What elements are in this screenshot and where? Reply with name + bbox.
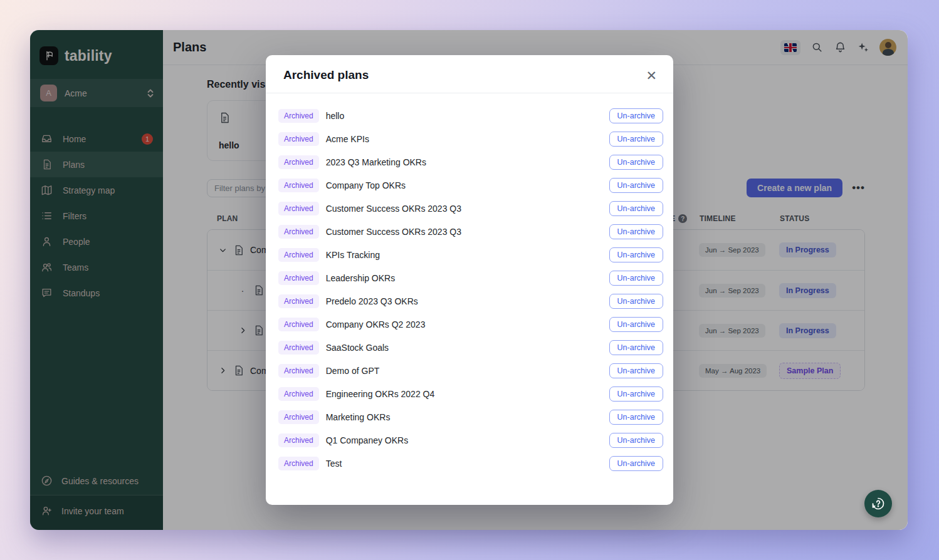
archived-badge: Archived bbox=[278, 364, 319, 378]
unarchive-button[interactable]: Un-archive bbox=[609, 132, 663, 147]
archived-plan-row: ArchivedSaaStock GoalsUn-archive bbox=[278, 336, 663, 359]
archived-plan-row: ArchivedCustomer Success OKRs 2023 Q3Un-… bbox=[278, 197, 663, 220]
archived-plan-row: ArchivedQ1 Companey OKRsUn-archive bbox=[278, 428, 663, 452]
help-chat-button[interactable] bbox=[864, 490, 892, 517]
archived-plan-row: ArchivedhelloUn-archive bbox=[278, 104, 663, 127]
archived-plan-row: ArchivedDemo of GPTUn-archive bbox=[278, 359, 663, 382]
archived-badge: Archived bbox=[278, 294, 319, 308]
archived-plan-name: Demo of GPT bbox=[326, 366, 380, 376]
archived-plan-row: ArchivedCustomer Success OKRs 2023 Q3Un-… bbox=[278, 220, 663, 243]
desktop-background: tability A Acme Home1PlansStrategy mapFi… bbox=[0, 0, 939, 560]
archived-plan-name: Company Top OKRs bbox=[326, 180, 406, 190]
unarchive-button[interactable]: Un-archive bbox=[609, 201, 663, 216]
archived-plan-name: Customer Success OKRs 2023 Q3 bbox=[326, 204, 461, 214]
archived-plan-name: SaaStock Goals bbox=[326, 343, 389, 353]
unarchive-button[interactable]: Un-archive bbox=[609, 456, 663, 471]
archived-plan-name: Acme KPIs bbox=[326, 134, 369, 144]
unarchive-button[interactable]: Un-archive bbox=[609, 294, 663, 309]
unarchive-button[interactable]: Un-archive bbox=[609, 247, 663, 262]
archived-badge: Archived bbox=[278, 387, 319, 401]
unarchive-button[interactable]: Un-archive bbox=[609, 433, 663, 448]
unarchive-button[interactable]: Un-archive bbox=[609, 410, 663, 425]
modal-header: Archived plans ✕ bbox=[266, 55, 673, 93]
archived-badge: Archived bbox=[278, 225, 319, 239]
unarchive-button[interactable]: Un-archive bbox=[609, 386, 663, 402]
archived-badge: Archived bbox=[278, 202, 319, 215]
archived-badge: Archived bbox=[278, 109, 319, 123]
unarchive-button[interactable]: Un-archive bbox=[609, 178, 663, 193]
unarchive-button[interactable]: Un-archive bbox=[609, 363, 663, 378]
archived-plan-name: KPIs Tracking bbox=[326, 250, 380, 260]
archived-badge: Archived bbox=[278, 433, 319, 447]
archived-plan-name: 2023 Q3 Marketing OKRs bbox=[326, 157, 426, 167]
unarchive-button[interactable]: Un-archive bbox=[609, 271, 663, 286]
archived-badge: Archived bbox=[278, 155, 319, 169]
unarchive-button[interactable]: Un-archive bbox=[609, 108, 663, 123]
archived-plans-modal: Archived plans ✕ ArchivedhelloUn-archive… bbox=[266, 55, 673, 505]
archived-badge: Archived bbox=[278, 410, 319, 424]
archived-plan-row: ArchivedEngineering OKRs 2022 Q4Un-archi… bbox=[278, 382, 663, 405]
archived-plans-list: ArchivedhelloUn-archiveArchivedAcme KPIs… bbox=[266, 93, 673, 487]
archived-badge: Archived bbox=[278, 271, 319, 285]
help-bubble-icon bbox=[871, 496, 886, 511]
archived-plan-name: Engineering OKRs 2022 Q4 bbox=[326, 389, 435, 399]
archived-plan-name: hello bbox=[326, 111, 345, 121]
archived-plan-name: Predelo 2023 Q3 OKRs bbox=[326, 296, 418, 306]
archived-plan-row: ArchivedLeadership OKRsUn-archive bbox=[278, 266, 663, 289]
close-icon[interactable]: ✕ bbox=[646, 69, 657, 82]
archived-plan-row: Archived2023 Q3 Marketing OKRsUn-archive bbox=[278, 150, 663, 174]
unarchive-button[interactable]: Un-archive bbox=[609, 155, 663, 170]
archived-plan-name: Q1 Companey OKRs bbox=[326, 435, 409, 445]
archived-badge: Archived bbox=[278, 318, 319, 331]
archived-plan-row: ArchivedMarketing OKRsUn-archive bbox=[278, 405, 663, 428]
archived-plan-row: ArchivedPredelo 2023 Q3 OKRsUn-archive bbox=[278, 289, 663, 313]
archived-plan-row: ArchivedCompany OKRs Q2 2023Un-archive bbox=[278, 313, 663, 336]
archived-plan-name: Customer Success OKRs 2023 Q3 bbox=[326, 227, 461, 237]
archived-badge: Archived bbox=[278, 132, 319, 146]
archived-plan-row: ArchivedTestUn-archive bbox=[278, 452, 663, 475]
archived-plan-name: Company OKRs Q2 2023 bbox=[326, 319, 426, 329]
unarchive-button[interactable]: Un-archive bbox=[609, 224, 663, 239]
archived-plan-name: Test bbox=[326, 459, 342, 469]
archived-plan-row: ArchivedKPIs TrackingUn-archive bbox=[278, 243, 663, 266]
archived-plan-name: Marketing OKRs bbox=[326, 412, 391, 422]
archived-badge: Archived bbox=[278, 457, 319, 470]
archived-badge: Archived bbox=[278, 248, 319, 262]
archived-plan-row: ArchivedAcme KPIsUn-archive bbox=[278, 127, 663, 150]
archived-plan-name: Leadership OKRs bbox=[326, 273, 396, 283]
unarchive-button[interactable]: Un-archive bbox=[609, 317, 663, 332]
archived-badge: Archived bbox=[278, 341, 319, 355]
unarchive-button[interactable]: Un-archive bbox=[609, 340, 663, 355]
modal-title: Archived plans bbox=[283, 68, 369, 82]
archived-plan-row: ArchivedCompany Top OKRsUn-archive bbox=[278, 174, 663, 197]
archived-badge: Archived bbox=[278, 179, 319, 192]
